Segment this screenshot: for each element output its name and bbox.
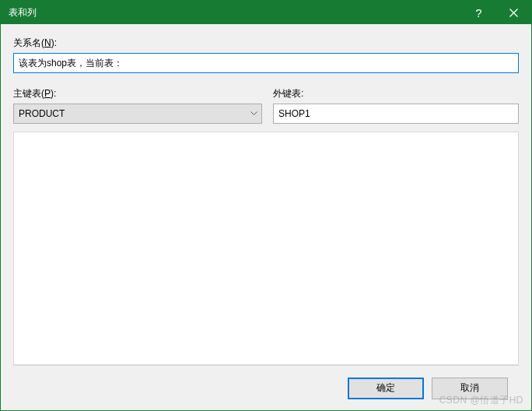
close-icon xyxy=(509,9,518,17)
table-selectors: 主键表(P): PRODUCT 外键表: SHOP1 xyxy=(13,87,519,124)
help-button[interactable]: ? xyxy=(461,1,496,24)
foreign-table-col: 外键表: SHOP1 xyxy=(273,87,519,124)
window-title: 表和列 xyxy=(9,6,461,19)
dialog-window: 表和列 ? 关系名(N): 主键表(P): PRODUCT xyxy=(0,0,532,411)
relation-name-input[interactable] xyxy=(13,53,519,73)
foreign-columns-list[interactable] xyxy=(268,132,518,151)
foreign-table-value: SHOP1 xyxy=(273,104,519,124)
dialog-footer: 确定 取消 xyxy=(13,365,519,410)
columns-list-container xyxy=(13,132,519,365)
primary-table-label: 主键表(P): xyxy=(13,87,262,100)
chevron-down-icon xyxy=(246,104,261,123)
title-controls: ? xyxy=(461,1,531,24)
titlebar[interactable]: 表和列 ? xyxy=(1,1,531,24)
relation-name-group: 关系名(N): xyxy=(13,37,519,73)
primary-table-combo[interactable]: PRODUCT xyxy=(13,104,262,124)
dialog-content: 关系名(N): 主键表(P): PRODUCT 外键表: SHOP1 xyxy=(1,24,531,410)
primary-table-col: 主键表(P): PRODUCT xyxy=(13,87,262,124)
primary-columns-list[interactable] xyxy=(14,132,263,151)
cancel-button[interactable]: 取消 xyxy=(432,378,508,399)
ok-button[interactable]: 确定 xyxy=(348,378,424,399)
close-button[interactable] xyxy=(496,1,531,24)
primary-table-value: PRODUCT xyxy=(13,104,262,124)
relation-name-label: 关系名(N): xyxy=(13,37,519,50)
foreign-table-label: 外键表: xyxy=(273,87,519,100)
